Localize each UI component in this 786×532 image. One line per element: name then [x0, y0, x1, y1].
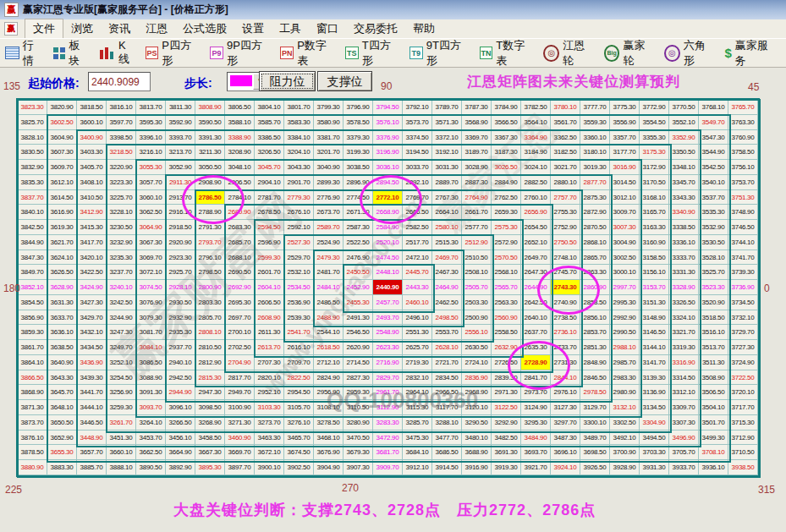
- matrix-cell: 3088.90: [136, 370, 166, 386]
- toolbar-9p-square-button[interactable]: P9 9P四方形: [210, 38, 269, 69]
- menu-item-news[interactable]: 资讯: [101, 19, 138, 38]
- matrix-cell: 2563.30: [492, 295, 521, 310]
- matrix-cell: 3758.50: [728, 145, 758, 160]
- matrix-cell: 3667.30: [195, 445, 225, 460]
- matrix-cell: 2464.90: [432, 280, 462, 295]
- toolbar-winner-wheel-button[interactable]: Big 赢家轮: [604, 38, 653, 69]
- matrix-cell: 2930.50: [166, 295, 195, 310]
- matrix-cell: 2853.70: [580, 325, 610, 340]
- start-price-input[interactable]: [88, 72, 151, 91]
- matrix-cell: 3204.10: [284, 145, 314, 160]
- matrix-center-cell: 2440.90: [373, 280, 403, 295]
- matrix-cell: 2512.90: [462, 235, 492, 250]
- menu-item-help[interactable]: 帮助: [405, 19, 442, 38]
- matrix-cell: 2923.30: [166, 250, 195, 266]
- matrix-cell: 3436.90: [77, 355, 107, 370]
- toolbar-p-number-table-button[interactable]: PN P数字表: [280, 38, 334, 69]
- toolbar-hexagon-button[interactable]: ◎ 六角形: [664, 38, 713, 69]
- matrix-cell: 3180.10: [580, 145, 610, 160]
- matrix-cell: 3134.50: [640, 400, 669, 415]
- matrix-cell: 3122.50: [492, 400, 521, 415]
- matrix-cell: 3100.90: [225, 400, 255, 415]
- matrix-cell: 3708.10: [699, 445, 728, 460]
- toolbar-kline-button[interactable]: K线: [100, 39, 134, 67]
- matrix-cell: 3177.70: [610, 145, 640, 160]
- hexagon-icon: ◎: [664, 45, 680, 62]
- key-level-cell-resistance: 2786.50: [195, 190, 225, 206]
- toolbar-9t-square-button[interactable]: T9 9T四方形: [409, 38, 469, 69]
- matrix-cell: 3552.10: [669, 115, 699, 130]
- matrix-cell: 2616.10: [284, 340, 314, 355]
- matrix-cell: 2901.70: [284, 175, 314, 190]
- matrix-cell: 3633.70: [47, 310, 77, 326]
- matrix-cell: 3804.10: [255, 100, 284, 115]
- matrix-cell: 2920.90: [166, 235, 195, 250]
- matrix-cell: 2932.90: [166, 310, 195, 326]
- matrix-cell: 3621.70: [47, 235, 77, 250]
- toolbar-label: 9T四方形: [426, 38, 469, 69]
- matrix-cell: 3465.70: [284, 431, 314, 446]
- toolbar-p-square-button[interactable]: PS P四方形: [146, 38, 200, 69]
- quote-table-icon: [5, 47, 19, 59]
- menu-item-gann[interactable]: 江恩: [138, 19, 175, 38]
- menu-item-tools[interactable]: 工具: [272, 19, 309, 38]
- toolbar-sectors-button[interactable]: 板块: [53, 38, 89, 69]
- matrix-cell: 3475.30: [403, 431, 432, 446]
- matrix-cell: 3069.70: [136, 250, 166, 266]
- matrix-cell: 3324.10: [669, 310, 699, 326]
- matrix-cell: 3045.70: [255, 160, 284, 175]
- matrix-cell: 2488.90: [314, 310, 344, 326]
- matrix-cell: 2661.70: [462, 205, 492, 220]
- resistance-button[interactable]: 阻力位: [259, 71, 316, 91]
- menu-item-settings[interactable]: 设置: [234, 19, 272, 38]
- toolbar-label: T四方形: [362, 38, 398, 69]
- toolbar-winner-service-button[interactable]: $ 赢家服务: [724, 38, 775, 69]
- matrix-cell: 3900.10: [255, 460, 284, 475]
- matrix-cell: 3585.70: [255, 115, 284, 130]
- matrix-cell: 3444.10: [77, 400, 107, 415]
- toolbar-gann-wheel-button[interactable]: ◎ 江恩轮: [543, 38, 592, 69]
- matrix-cell: 3806.50: [225, 100, 255, 115]
- matrix-cell: 3319.30: [669, 340, 699, 355]
- matrix-cell: 3235.30: [107, 250, 136, 266]
- support-button[interactable]: 支撑位: [317, 71, 372, 91]
- matrix-cell: 3312.10: [669, 385, 699, 400]
- matrix-cell: 2937.70: [166, 340, 195, 355]
- matrix-cell: 2668.90: [373, 205, 403, 220]
- menu-item-browse[interactable]: 浏览: [63, 19, 101, 38]
- matrix-cell: 3417.70: [77, 235, 107, 250]
- menu-item-file[interactable]: 文件: [25, 19, 63, 39]
- matrix-cell: 3036.10: [373, 160, 403, 175]
- matrix-cell: 2584.90: [373, 220, 403, 235]
- menu-item-trade[interactable]: 交易委托: [346, 19, 405, 38]
- toolbar-quotes-button[interactable]: 行情: [5, 38, 42, 69]
- matrix-cell: 2500.90: [462, 310, 492, 326]
- matrix-cell: 3597.70: [107, 115, 136, 130]
- menu-item-window[interactable]: 窗口: [309, 19, 346, 38]
- matrix-cell: 2462.50: [432, 295, 462, 310]
- matrix-cell: 3662.50: [136, 445, 166, 460]
- matrix-cell: 3314.50: [669, 370, 699, 386]
- matrix-cell: 3196.90: [373, 145, 403, 160]
- matrix-cell: 2601.70: [255, 265, 284, 280]
- menu-logo-icon: 赢: [4, 22, 18, 36]
- matrix-cell: 3338.50: [669, 220, 699, 235]
- title-bar: 赢 赢家江恩专业版[赢家服务平台] - [价格正方形]: [0, 0, 786, 19]
- matrix-cell: 3861.70: [18, 340, 47, 355]
- matrix-cell: 3091.30: [136, 385, 166, 400]
- matrix-cell: 2570.50: [492, 250, 521, 266]
- matrix-cell: 3664.90: [166, 445, 195, 460]
- toolbar-label: K线: [118, 39, 134, 67]
- matrix-cell: 2796.10: [195, 250, 225, 266]
- matrix-cell: 3571.30: [432, 115, 462, 130]
- menu-item-formula-stock-pick[interactable]: 公式选股: [175, 19, 234, 38]
- matrix-cell: 2613.70: [255, 340, 284, 355]
- matrix-cell: 3357.70: [610, 130, 640, 145]
- matrix-cell: 3487.30: [551, 431, 580, 446]
- toolbar-t-number-table-button[interactable]: TN T数字表: [480, 38, 533, 69]
- matrix-cell: 3302.50: [610, 415, 640, 431]
- matrix-cell: 3775.30: [610, 100, 640, 115]
- matrix-cell: 3914.50: [432, 460, 462, 475]
- matrix-cell: 3386.50: [255, 130, 284, 145]
- toolbar-t-square-button[interactable]: TS T四方形: [345, 38, 398, 69]
